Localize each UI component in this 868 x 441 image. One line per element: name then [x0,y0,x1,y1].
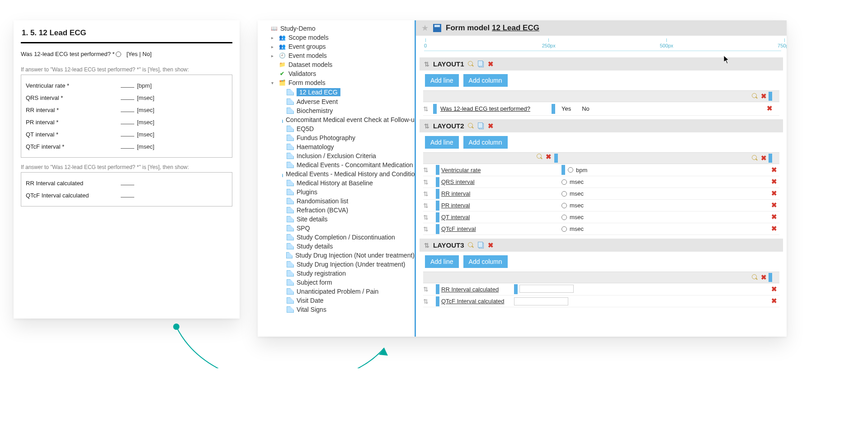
delete-icon[interactable]: ✖ [488,242,494,249]
tree-form-7[interactable]: Inclusion / Exclusion Criteria [297,152,376,160]
column-handle[interactable] [554,154,558,163]
tree-form-21[interactable]: Subject form [297,279,332,286]
row-handle[interactable] [436,177,439,187]
q-label[interactable]: Was 12-lead ECG test performed? [439,104,552,113]
delete-icon[interactable]: ✖ [771,213,777,220]
l3-r1-input[interactable] [514,297,568,305]
l3-r0-l[interactable]: RR Interval calculated [439,285,500,294]
tree-form-24[interactable]: Vital Signs [297,306,326,313]
l2-r1-l[interactable]: QRS interval [439,178,476,186]
copy-icon[interactable] [478,242,484,249]
magnifier-icon[interactable] [752,274,758,281]
grip-icon[interactable]: ⇅ [423,225,433,233]
copy-icon[interactable] [478,123,484,129]
tree-form-3[interactable]: Concomitant Medical event Check at Follo… [286,116,416,123]
layout2-header[interactable]: ⇅ LAYOUT2 ✖ [420,119,783,132]
add-column-button[interactable]: Add column [463,74,508,87]
tree-scope[interactable]: Scope models [288,34,329,41]
radio-icon[interactable] [561,226,567,232]
magnifier-icon[interactable] [468,61,474,67]
tree-form-18[interactable]: Study Drug Injection (Not under treatmen… [295,252,415,259]
tree-form-9[interactable]: Medical Events - Medical History and Con… [286,170,416,178]
delete-icon[interactable]: ✖ [771,189,777,197]
delete-icon[interactable]: ✖ [761,155,767,161]
delete-icon[interactable]: ✖ [767,104,773,112]
magnifier-icon[interactable] [752,155,758,161]
delete-icon[interactable]: ✖ [761,93,767,99]
l3-r1-l[interactable]: QTcF Interval calculated [439,297,506,305]
magnifier-icon[interactable] [468,242,474,249]
tree-form-11[interactable]: Plugins [297,188,317,196]
save-icon[interactable] [433,24,441,32]
delete-icon[interactable]: ✖ [771,166,777,174]
row-handle[interactable] [436,189,439,199]
tree-formm[interactable]: Form models [288,79,326,86]
l2-r5-l[interactable]: QTcF interval [439,225,478,233]
grip-icon[interactable]: ⇅ [423,286,433,293]
grip-icon[interactable]: ⇅ [423,214,433,221]
tree-form-13[interactable]: Refraction (BCVA) [297,206,348,214]
tree-dataset[interactable]: Dataset models [288,61,332,68]
radio-icon[interactable] [561,191,567,197]
tree-form-10[interactable]: Medical History at Baseline [297,179,373,187]
row-handle[interactable] [433,104,437,114]
row-handle[interactable] [436,296,439,306]
delete-icon[interactable]: ✖ [771,285,777,293]
cell-handle[interactable] [552,104,555,114]
add-line-button[interactable]: Add line [425,136,459,149]
editor-title[interactable]: 12 Lead ECG [492,23,539,32]
tree-form-6[interactable]: Haematology [297,143,334,150]
l2-r3-l[interactable]: PR interval [439,201,472,210]
tree-form-5[interactable]: Fundus Photography [297,134,355,141]
radio-icon[interactable] [561,203,567,208]
add-column-button[interactable]: Add column [463,136,508,149]
row-handle[interactable] [436,201,439,211]
column-handle[interactable] [769,154,772,163]
row-handle[interactable] [436,224,439,234]
delete-icon[interactable]: ✖ [771,225,777,232]
grip-icon[interactable]: ⇅ [423,202,433,209]
tree-eventg[interactable]: Event groups [288,43,326,50]
delete-iconar[interactable]: ✖ [546,154,552,163]
l2-r2-l[interactable]: RR interval [439,189,472,198]
l2-r4-l[interactable]: QT interval [439,213,472,221]
cell-handle[interactable] [561,165,565,175]
tree-form-15[interactable]: SPQ [297,225,310,232]
delete-icon[interactable]: ✖ [771,178,777,185]
tree-form-4[interactable]: EQ5D [297,125,314,132]
radio-icon[interactable] [561,215,567,220]
grip-icon[interactable]: ⇅ [423,178,433,186]
tree-root[interactable]: Study-Demo [280,25,316,32]
tree-form-23[interactable]: Visit Date [297,297,324,304]
delete-icon[interactable]: ✖ [771,201,777,209]
tree-valid[interactable]: Validators [288,70,316,77]
l3-r0-input[interactable] [519,285,574,293]
delete-icon[interactable]: ✖ [771,297,777,305]
grip-icon[interactable]: ⇅ [423,166,433,174]
layout3-header[interactable]: ⇅ LAYOUT3 ✖ [420,239,783,252]
tree-form-20[interactable]: Study registration [297,270,346,277]
magnifier-icon[interactable] [468,123,474,129]
cell-handle[interactable] [514,284,518,294]
radio-icon[interactable] [561,179,567,185]
grip-icon[interactable]: ⇅ [424,122,429,130]
radio-icon[interactable] [116,52,121,57]
study-tree[interactable]: Study-Demo ▸Scope models ▸Event groups ▸… [258,20,416,337]
tree-form-8[interactable]: Medical Events - Concomitant Medication [297,161,413,169]
add-line-button[interactable]: Add line [425,74,459,87]
tree-form-16[interactable]: Study Completion / Discontinuation [297,234,395,241]
add-line-button[interactable]: Add line [425,255,459,268]
copy-icon[interactable] [478,61,484,67]
magnifier-icon[interactable] [537,154,543,160]
delete-icon[interactable]: ✖ [761,274,767,281]
tree-form-17[interactable]: Study details [297,243,333,250]
delete-icon[interactable]: ✖ [488,123,494,129]
tree-form-22[interactable]: Unanticipated Problem / Pain [297,288,378,295]
grip-icon[interactable]: ⇅ [423,298,433,305]
tree-form-1[interactable]: Adverse Event [297,98,338,105]
star-icon[interactable]: ★ [421,23,429,33]
l2-r0-l[interactable]: Ventricular rate [439,166,482,174]
magnifier-icon[interactable] [752,93,758,99]
ruler[interactable]: 0 250px 500px 750px [424,37,781,51]
tree-form-12[interactable]: Randomisation list [297,197,348,205]
